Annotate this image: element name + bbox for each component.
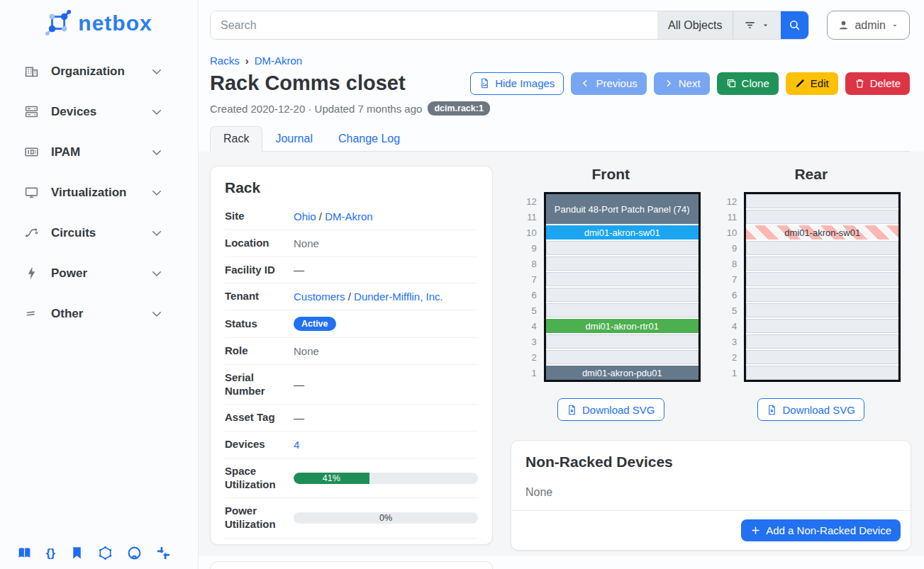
info-row-power-utilization: Power Utilization0% bbox=[225, 498, 478, 539]
previous-button[interactable]: Previous bbox=[571, 72, 646, 95]
user-menu-button[interactable]: admin bbox=[827, 11, 910, 40]
edit-label: Edit bbox=[811, 77, 829, 89]
empty-rack-unit-7[interactable] bbox=[546, 272, 698, 286]
graphql-icon[interactable] bbox=[98, 546, 113, 560]
breadcrumb-link-racks[interactable]: Racks bbox=[210, 55, 240, 67]
search-filter-dropdown[interactable] bbox=[733, 11, 781, 39]
sidebar-item-circuits[interactable]: Circuits bbox=[0, 220, 198, 246]
rack-device-panduit-48-port-patch-panel-74[interactable]: Panduit 48-Port Patch Panel (74) bbox=[546, 194, 698, 224]
unit-number: 7 bbox=[521, 272, 537, 288]
slack-icon[interactable] bbox=[156, 546, 171, 560]
empty-rack-unit-3[interactable] bbox=[746, 334, 898, 349]
link-dunder-mifflin-inc[interactable]: Dunder-Mifflin, Inc. bbox=[354, 291, 443, 303]
info-label: Tenant bbox=[225, 290, 294, 303]
unit-number: 12 bbox=[521, 194, 537, 210]
bolt-icon bbox=[24, 266, 39, 281]
tab-rack[interactable]: Rack bbox=[210, 126, 262, 152]
sidebar-item-virtualization[interactable]: Virtualization bbox=[0, 179, 198, 205]
sidebar-item-label: Virtualization bbox=[51, 186, 126, 200]
rack-device-dmi01-akron-rtr01[interactable]: dmi01-akron-rtr01 bbox=[546, 319, 698, 333]
sidebar-item-power[interactable]: Power bbox=[0, 260, 198, 286]
unit-number: 2 bbox=[721, 350, 737, 366]
netbox-logo-icon bbox=[45, 10, 72, 37]
search-submit-button[interactable] bbox=[781, 11, 808, 39]
download-svg-button-rear[interactable]: Download SVG bbox=[757, 398, 864, 421]
unit-number: 4 bbox=[521, 319, 537, 334]
info-label: Site bbox=[225, 210, 294, 223]
edit-button[interactable]: Edit bbox=[786, 72, 838, 95]
info-label: Facility ID bbox=[225, 264, 294, 277]
empty-rack-unit-6[interactable] bbox=[546, 288, 698, 302]
info-label: Location bbox=[225, 237, 294, 250]
empty-rack-unit-8[interactable] bbox=[546, 257, 698, 271]
unit-number-column: 121110987654321 bbox=[721, 192, 737, 382]
add-non-racked-device-button[interactable]: Add a Non-Racked Device bbox=[741, 519, 901, 541]
download-svg-label: Download SVG bbox=[782, 404, 855, 416]
hide-images-button[interactable]: Hide Images bbox=[470, 72, 564, 95]
elevation-body: 121110987654321dmi01-akron-sw01 bbox=[721, 192, 901, 382]
empty-rack-unit-2[interactable] bbox=[546, 350, 698, 364]
progress-fill: 41% bbox=[294, 473, 369, 484]
sidebar-item-organization[interactable]: Organization bbox=[0, 58, 198, 84]
bookmark-icon[interactable] bbox=[69, 546, 84, 560]
empty-rack-unit-12[interactable] bbox=[746, 194, 898, 208]
search-scope-button[interactable]: All Objects bbox=[657, 11, 733, 39]
add-non-racked-label: Add a Non-Racked Device bbox=[766, 524, 891, 536]
rack-device-dmi01-akron-sw01[interactable]: dmi01-akron-sw01 bbox=[746, 225, 898, 240]
empty-rack-unit-4[interactable] bbox=[746, 319, 898, 333]
sidebar-item-ipam[interactable]: IPAM bbox=[0, 139, 198, 165]
netbox-logo[interactable]: netbox bbox=[0, 0, 198, 41]
chevron-right-icon bbox=[663, 78, 674, 89]
sidebar-item-label: Circuits bbox=[51, 226, 96, 240]
info-label: Power Utilization bbox=[225, 505, 294, 531]
info-row-devices: Devices4 bbox=[225, 432, 478, 458]
sidebar-item-other[interactable]: Other bbox=[0, 300, 198, 327]
rack-device-dmi01-akron-sw01[interactable]: dmi01-akron-sw01 bbox=[546, 225, 698, 240]
unit-number: 8 bbox=[721, 257, 737, 272]
search-icon bbox=[789, 19, 801, 31]
info-value: — bbox=[294, 264, 478, 276]
link-dm-akron[interactable]: DM-Akron bbox=[325, 210, 373, 222]
link-ohio[interactable]: Ohio bbox=[294, 210, 316, 222]
devices-count-link[interactable]: 4 bbox=[294, 439, 299, 451]
empty-rack-unit-7[interactable] bbox=[746, 272, 898, 286]
search-input[interactable] bbox=[211, 11, 657, 39]
empty-rack-unit-11[interactable] bbox=[746, 210, 898, 224]
tab-journal[interactable]: Journal bbox=[262, 127, 325, 151]
tab-change-log[interactable]: Change Log bbox=[325, 127, 413, 151]
rack-device-dmi01-akron-pdu01[interactable]: dmi01-akron-pdu01 bbox=[546, 366, 698, 380]
unit-number: 6 bbox=[721, 288, 737, 303]
download-svg-button-front[interactable]: Download SVG bbox=[557, 398, 664, 421]
sidebar-item-devices[interactable]: Devices bbox=[0, 98, 198, 125]
unit-number: 1 bbox=[521, 366, 537, 381]
empty-rack-unit-9[interactable] bbox=[546, 241, 698, 255]
chevron-down-icon bbox=[150, 308, 163, 320]
unit-number: 11 bbox=[721, 210, 737, 225]
unit-number: 5 bbox=[521, 303, 537, 319]
clone-button[interactable]: Clone bbox=[717, 72, 779, 95]
caret-down-icon bbox=[761, 21, 770, 30]
breadcrumb-link-dm-akron[interactable]: DM-Akron bbox=[255, 55, 303, 67]
github-icon[interactable] bbox=[127, 546, 142, 560]
empty-rack-unit-3[interactable] bbox=[546, 334, 698, 349]
info-row-facility-id: Facility ID— bbox=[225, 257, 478, 284]
rack-elevation-front: Panduit 48-Port Patch Panel (74)dmi01-ak… bbox=[544, 192, 701, 382]
info-label: Space Utilization bbox=[225, 465, 294, 492]
empty-rack-unit-1[interactable] bbox=[746, 366, 898, 380]
empty-rack-unit-5[interactable] bbox=[546, 303, 698, 317]
empty-rack-unit-6[interactable] bbox=[746, 288, 898, 302]
api-braces-icon[interactable]: {} bbox=[46, 546, 55, 560]
empty-rack-unit-5[interactable] bbox=[746, 303, 898, 317]
delete-button[interactable]: Delete bbox=[845, 72, 910, 95]
info-value: 0% bbox=[294, 512, 478, 524]
empty-rack-unit-2[interactable] bbox=[746, 350, 898, 364]
empty-rack-unit-8[interactable] bbox=[746, 257, 898, 271]
unit-number: 3 bbox=[521, 334, 537, 350]
link-customers[interactable]: Customers bbox=[294, 291, 345, 303]
docs-book-icon[interactable] bbox=[17, 546, 32, 560]
chevron-down-icon bbox=[150, 267, 163, 280]
empty-rack-unit-9[interactable] bbox=[746, 241, 898, 255]
plus-icon bbox=[750, 525, 761, 536]
non-racked-devices-card: Non-Racked Devices None Add a Non-Racked… bbox=[511, 440, 911, 551]
next-button[interactable]: Next bbox=[654, 72, 710, 95]
